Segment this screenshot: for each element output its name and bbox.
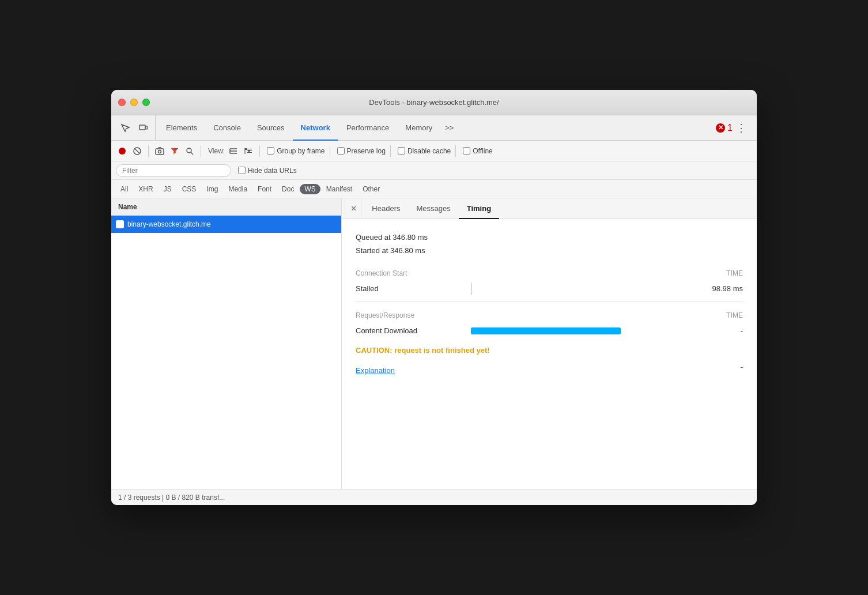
stalled-label: Stalled xyxy=(356,284,471,293)
inspect-icon[interactable] xyxy=(118,121,132,135)
request-response-section: Request/Response TIME xyxy=(356,311,743,319)
preserve-log-label[interactable]: Preserve log xyxy=(347,147,386,155)
caution-text: CAUTION: request is not finished yet! xyxy=(356,346,743,355)
time-label-2: TIME xyxy=(726,311,743,319)
explanation-link[interactable]: Explanation xyxy=(356,366,395,375)
preserve-log-checkbox[interactable] xyxy=(337,147,345,155)
explanation-row: Explanation - xyxy=(356,359,743,375)
type-filter-row: All XHR JS CSS Img Media Font Doc WS Man… xyxy=(111,180,757,198)
tab-memory[interactable]: Memory xyxy=(397,115,440,141)
content-download-row: Content Download - xyxy=(356,323,743,339)
clear-button[interactable] xyxy=(131,145,144,157)
filter-icon[interactable] xyxy=(168,145,181,157)
tab-network[interactable]: Network xyxy=(293,115,338,141)
svg-rect-0 xyxy=(139,125,145,130)
tab-elements[interactable]: Elements xyxy=(158,115,205,141)
tab-performance[interactable]: Performance xyxy=(338,115,397,141)
type-filter-js[interactable]: JS xyxy=(159,184,176,194)
device-toggle-icon[interactable] xyxy=(137,121,150,135)
separator-5 xyxy=(390,145,391,157)
detail-tab-messages[interactable]: Messages xyxy=(408,198,458,219)
stalled-bar-area xyxy=(471,283,697,295)
queued-at: Queued at 346.80 ms xyxy=(356,231,743,244)
separator-2 xyxy=(201,145,201,157)
offline-label[interactable]: Offline xyxy=(473,147,492,155)
group-by-frame-label[interactable]: Group by frame xyxy=(277,147,324,155)
separator-1 xyxy=(148,145,149,157)
close-button[interactable] xyxy=(118,99,126,106)
connection-start-label: Connection Start xyxy=(356,269,407,277)
separator-4 xyxy=(330,145,330,157)
status-bar: 1 / 3 requests | 0 B / 820 B transf... xyxy=(111,489,757,505)
detail-tab-headers[interactable]: Headers xyxy=(364,198,408,219)
record-button[interactable] xyxy=(116,145,129,157)
svg-point-2 xyxy=(119,148,126,155)
stalled-divider xyxy=(471,283,471,295)
request-item[interactable]: binary-websocket.glitch.me xyxy=(111,216,341,233)
type-filter-font[interactable]: Font xyxy=(253,184,276,194)
error-badge[interactable]: ✕ 1 xyxy=(716,123,733,133)
type-filter-img[interactable]: Img xyxy=(202,184,222,194)
hide-data-urls-group: Hide data URLs xyxy=(238,167,297,175)
type-filter-manifest[interactable]: Manifest xyxy=(322,184,357,194)
tab-more[interactable]: >> xyxy=(440,115,458,140)
content-download-bar-area xyxy=(471,327,697,334)
requests-panel: Name binary-websocket.glitch.me xyxy=(111,198,342,489)
search-icon[interactable] xyxy=(183,145,196,157)
preserve-log-group: Preserve log xyxy=(337,147,386,155)
minimize-button[interactable] xyxy=(130,99,138,106)
camera-icon[interactable] xyxy=(153,145,166,157)
type-filter-css[interactable]: CSS xyxy=(178,184,201,194)
toolbar-end: ✕ 1 ⋮ xyxy=(711,115,754,140)
content-download-value: - xyxy=(697,326,743,335)
maximize-button[interactable] xyxy=(142,99,150,106)
section-divider xyxy=(356,302,743,302)
details-tabs: × Headers Messages Timing xyxy=(342,198,757,219)
main-content: Name binary-websocket.glitch.me × Header… xyxy=(111,198,757,489)
timing-content: Queued at 346.80 ms Started at 346.80 ms… xyxy=(342,219,757,489)
filter-row: Hide data URLs xyxy=(111,161,757,180)
main-tab-bar: Elements Console Sources Network Perform… xyxy=(111,115,757,141)
type-filter-ws[interactable]: WS xyxy=(300,184,320,194)
offline-checkbox[interactable] xyxy=(463,147,470,155)
group-by-frame-group: Group by frame xyxy=(267,147,324,155)
svg-rect-13 xyxy=(245,148,247,150)
requests-list: binary-websocket.glitch.me xyxy=(111,216,341,489)
details-panel: × Headers Messages Timing Queued at 346.… xyxy=(342,198,757,489)
type-filter-other[interactable]: Other xyxy=(358,184,384,194)
content-download-label: Content Download xyxy=(356,326,471,335)
hide-data-urls-label[interactable]: Hide data URLs xyxy=(248,167,297,175)
controls-toolbar: View: Group by frame xyxy=(111,141,757,161)
titlebar: DevTools - binary-websocket.glitch.me/ xyxy=(111,90,757,115)
type-filter-doc[interactable]: Doc xyxy=(277,184,299,194)
group-by-frame-checkbox[interactable] xyxy=(267,147,274,155)
devtools-left-icons xyxy=(114,115,156,140)
status-text: 1 / 3 requests | 0 B / 820 B transf... xyxy=(118,494,225,502)
type-filter-xhr[interactable]: XHR xyxy=(134,184,157,194)
type-filter-media[interactable]: Media xyxy=(224,184,252,194)
svg-point-7 xyxy=(187,148,191,153)
offline-group: Offline xyxy=(463,147,492,155)
content-download-bar xyxy=(471,327,621,334)
traffic-lights xyxy=(118,99,150,106)
devtools-window: DevTools - binary-websocket.glitch.me/ E… xyxy=(111,90,757,505)
filter-input[interactable] xyxy=(116,164,231,177)
view-list-icon[interactable] xyxy=(227,145,240,157)
stalled-value: 98.98 ms xyxy=(697,284,743,293)
hide-data-urls-checkbox[interactable] xyxy=(238,167,246,174)
requests-header: Name xyxy=(111,198,341,216)
svg-point-6 xyxy=(158,150,161,153)
tab-sources[interactable]: Sources xyxy=(249,115,293,141)
stalled-row: Stalled 98.98 ms xyxy=(356,281,743,297)
tab-console[interactable]: Console xyxy=(205,115,249,141)
view-waterfall-icon[interactable] xyxy=(242,145,255,157)
close-detail-button[interactable]: × xyxy=(346,198,361,219)
more-options-button[interactable]: ⋮ xyxy=(733,122,750,134)
disable-cache-checkbox[interactable] xyxy=(398,147,405,155)
connection-start-section: Connection Start TIME xyxy=(356,269,743,277)
disable-cache-label[interactable]: Disable cache xyxy=(407,147,451,155)
started-at: Started at 346.80 ms xyxy=(356,244,743,257)
explanation-dash: - xyxy=(697,363,743,371)
type-filter-all[interactable]: All xyxy=(116,184,133,194)
detail-tab-timing[interactable]: Timing xyxy=(459,198,499,219)
